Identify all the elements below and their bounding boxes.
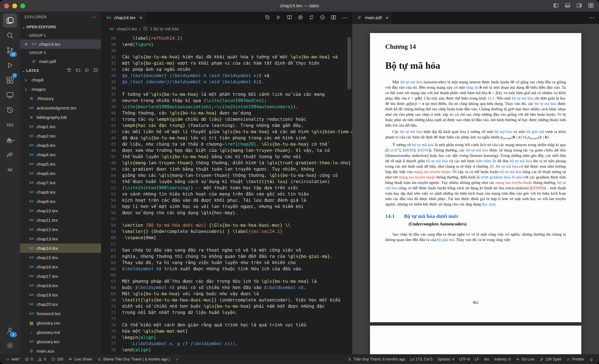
status-item-author[interactable]: Trần Duy Thanh, 6 months ago xyxy=(345,355,408,364)
pdf-link[interactable]: Bộ tự mã hóa xyxy=(496,164,518,169)
status-item-errors[interactable]: 0 xyxy=(22,355,35,364)
breadcrumb-file[interactable]: chap14.tex xyxy=(117,27,137,31)
open-editor-chap14.tex[interactable]: ×TeXchap14.tex xyxy=(20,40,101,49)
more-actions-icon[interactable]: ⋯ xyxy=(91,14,97,20)
line-number[interactable]: 66 xyxy=(101,272,122,278)
zoom-window-button[interactable] xyxy=(20,4,25,8)
line-number[interactable]: 50 xyxy=(101,172,122,178)
pdf-link[interactable]: bộ tự mã hóa xyxy=(500,169,521,174)
tab-main-pdf[interactable]: main.pdf × xyxy=(352,12,393,24)
tree-item-glossary.md[interactable]: ↓glossary.md xyxy=(20,328,101,337)
line-number[interactable]: 55 xyxy=(101,203,122,210)
activity-item-extensions[interactable] xyxy=(3,73,17,87)
sync-button[interactable] xyxy=(308,14,315,21)
tree-item-bibliography.bib[interactable]: ≡bibliography.bib xyxy=(20,113,101,122)
tree-item-glossary.tex[interactable]: TeXglossary.tex xyxy=(20,337,101,346)
line-number[interactable]: 59 xyxy=(101,228,122,235)
line-number[interactable]: 33 xyxy=(101,66,122,73)
tree-item-chap1.tex[interactable]: TeXchap1.tex xyxy=(20,122,101,131)
line-number[interactable]: 62 xyxy=(101,247,122,253)
pdf-link[interactable]: bộ tự mã hóa xyxy=(510,159,532,163)
status-item-gitlens-blame[interactable]: Blame Trần Duy Thanh ( 6 months ago ) xyxy=(95,355,172,364)
line-number[interactable]: 29 xyxy=(101,41,122,48)
line-number[interactable]: 48 xyxy=(101,160,122,166)
toggle-primary-sidebar-button[interactable] xyxy=(553,2,559,9)
status-item-format-status[interactable] xyxy=(172,355,182,364)
pdf-link[interactable]: trượt gradient theo lô nhỏ xyxy=(480,175,522,179)
tree-item-chap10.tex[interactable]: TeXchap10.tex xyxy=(20,206,101,215)
pdf-link[interactable]: HZ94 xyxy=(419,148,429,152)
tree-item-chap20.tex[interactable]: TeXchap20.tex xyxy=(20,300,101,309)
history-button[interactable] xyxy=(264,14,270,21)
line-number[interactable]: 56 xyxy=(101,210,122,216)
activity-item-latex-workshop[interactable]: TEX xyxy=(3,118,17,132)
pdf-link[interactable]: bộ tự mã hóa xyxy=(426,159,448,163)
tree-item-glossary.csv[interactable]: ▦glossary.csv xyxy=(20,318,101,328)
tree-item-chap16.tex[interactable]: TeXchap16.tex xyxy=(20,262,101,271)
run-button[interactable] xyxy=(275,14,282,21)
line-number[interactable]: 32 xyxy=(101,60,122,66)
more-actions-icon[interactable]: ⋯ xyxy=(589,15,595,21)
pdf-link[interactable]: bộ tự mã hóa xyxy=(400,80,423,84)
pdf-link[interactable]: 20 xyxy=(489,164,493,169)
tree-item-chap9.tex[interactable]: TeXchap9.tex xyxy=(20,197,101,206)
line-number[interactable]: 28 xyxy=(101,35,122,41)
status-item-warnings[interactable]: 0 xyxy=(35,355,48,364)
code-editor[interactable]: 28····\label{refhinh14.1}29\end{figure}3… xyxy=(101,34,352,354)
tree-item-chap7.tex[interactable]: TeXchap7.tex xyxy=(20,178,101,187)
activity-item-docker[interactable] xyxy=(3,133,17,147)
pdf-link[interactable]: bộ giải mã xyxy=(437,237,454,242)
pdf-link[interactable]: bộ mã hóa xyxy=(494,129,512,134)
line-number[interactable]: 57 xyxy=(101,216,122,222)
pdf-link[interactable]: mạng lan truyền thuận xyxy=(414,169,450,174)
refresh-button[interactable] xyxy=(84,68,89,74)
activity-item-source-control[interactable]: 17 xyxy=(3,43,17,57)
status-item-prettier[interactable]: Prettier xyxy=(564,355,587,364)
line-number[interactable]: 75 xyxy=(101,328,122,334)
build-button[interactable] xyxy=(319,14,326,21)
line-number[interactable]: 47 xyxy=(101,153,122,160)
pdf-link[interactable]: bộ giải mã xyxy=(526,129,544,134)
pdf-link[interactable]: LeC87 xyxy=(388,148,399,152)
tree-item-chap12.tex[interactable]: TeXchap12.tex xyxy=(20,225,101,234)
line-number[interactable]: 78 xyxy=(101,347,122,353)
line-number[interactable]: 72 xyxy=(101,309,122,316)
line-number[interactable]: 43 xyxy=(101,129,122,135)
pdf-link[interactable]: bộ tự mã hóa xyxy=(512,96,533,100)
line-number[interactable]: 67 xyxy=(101,278,122,284)
status-item-encoding[interactable]: UTF-8 xyxy=(457,355,472,364)
activity-item-grammar[interactable]: N2 xyxy=(3,163,17,177)
line-number[interactable]: 68 xyxy=(101,284,122,291)
line-number[interactable]: 49 xyxy=(101,166,122,172)
close-icon[interactable]: × xyxy=(386,15,389,21)
activity-item-search[interactable] xyxy=(3,28,17,42)
status-item-cursor-position[interactable]: Ln 173, Col 5 xyxy=(408,355,435,364)
tree-item-chap5.tex[interactable]: TeXchap5.tex xyxy=(20,159,101,169)
tree-item-chap18.tex[interactable]: TeXchap18.tex xyxy=(20,281,101,290)
line-number[interactable]: 40 xyxy=(101,110,122,116)
line-number[interactable]: 37 xyxy=(101,91,122,97)
pdf-link[interactable]: 14.1 xyxy=(487,96,494,100)
tree-item-chap17.tex[interactable]: TeXchap17.tex xyxy=(20,271,101,281)
status-item-language-mode[interactable]: tex xyxy=(482,355,492,364)
line-number[interactable]: 71 xyxy=(101,303,122,309)
status-item-go-live[interactable]: Go Live xyxy=(513,355,537,364)
line-number[interactable]: 73 xyxy=(101,316,122,322)
tree-item-chap13.tex[interactable]: TeXchap13.tex xyxy=(20,234,101,244)
activity-item-history[interactable] xyxy=(3,103,17,117)
open-editors-header[interactable]: ⌄ OPEN EDITORS xyxy=(20,22,101,32)
line-number[interactable]: 39 xyxy=(101,104,122,110)
line-number[interactable]: 46 xyxy=(101,147,122,153)
pdf-link[interactable]: mạng lan truyền thuận xyxy=(399,175,435,179)
tree-item-chap11.tex[interactable]: TeXchap11.tex xyxy=(20,215,101,225)
activity-item-account[interactable]: 1 xyxy=(3,323,17,338)
close-window-button[interactable] xyxy=(4,4,9,8)
new-folder-button[interactable] xyxy=(76,68,81,74)
line-number[interactable]: 63 xyxy=(101,253,122,260)
line-number[interactable]: 36 xyxy=(101,85,122,91)
status-item-indentation[interactable]: Spaces: 4 xyxy=(435,355,457,364)
status-item-spell[interactable]: 100 Spell xyxy=(537,355,564,364)
status-item-eol[interactable]: LF xyxy=(472,355,482,364)
folder-section-header[interactable]: ⌄ LATEX xyxy=(20,66,101,75)
activity-item-run-debug[interactable] xyxy=(3,58,17,72)
